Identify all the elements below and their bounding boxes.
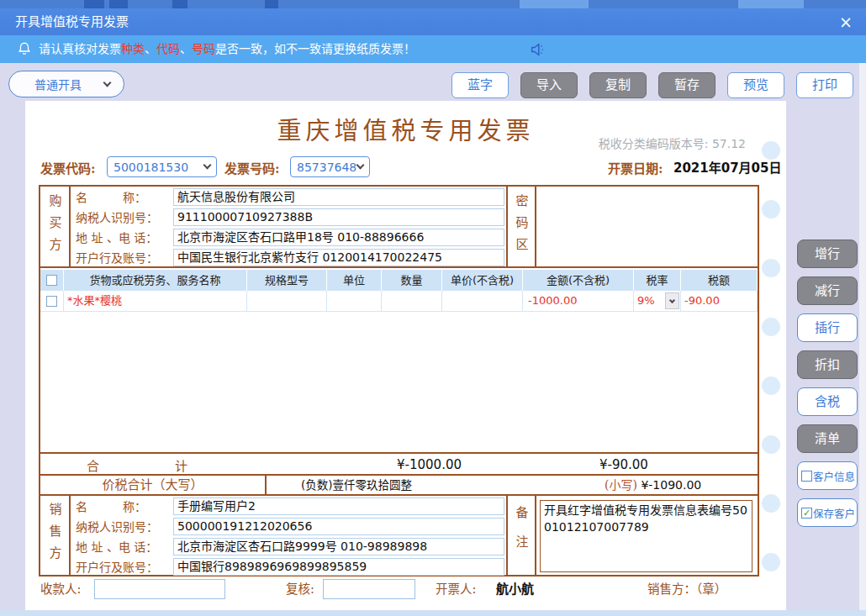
discount-button[interactable]: 折扣 xyxy=(797,350,858,379)
bell-icon xyxy=(17,41,32,60)
save-customer-checkbox[interactable]: ✓ xyxy=(801,508,812,519)
seller-address-label: 地 址 、电 话： xyxy=(71,537,173,557)
print-button[interactable]: 打印 xyxy=(796,72,853,98)
save-customer-toggle[interactable]: ✓ 保存客户 xyxy=(797,498,858,527)
decor-dot xyxy=(762,376,780,395)
header-name: 货物或应税劳务、服务名称 xyxy=(64,270,247,291)
buyer-taxid-label: 纳税人识别号： xyxy=(71,208,173,228)
list-button[interactable]: 清单 xyxy=(797,424,858,453)
invoice-code-value: 5000181530 xyxy=(114,161,188,174)
sum-small-label: (小写) xyxy=(605,478,637,492)
items-header-row: 货物或应税劳务、服务名称 规格型号 单位 数量 单价(不含税) 金额(不含税) … xyxy=(40,270,758,291)
decor-dot xyxy=(762,318,780,336)
totals-row: 合 计 ¥-1000.00 ¥-90.00 xyxy=(40,452,758,474)
sum-words-value: (负数)壹仟零玖拾圆整 xyxy=(301,476,412,494)
notice-sep-1: 、 xyxy=(145,42,156,55)
remark-side-label: 备注 xyxy=(506,496,536,575)
seller-section: 销售方 名 称： 手册编写用户2 纳税人识别号： 500000191212020… xyxy=(40,494,758,575)
sum-words-label: 价税合计（大写） xyxy=(40,476,267,494)
select-all-checkbox[interactable] xyxy=(46,275,57,286)
preview-button[interactable]: 预览 xyxy=(727,72,784,98)
issue-mode-value: 普通开具 xyxy=(34,76,82,92)
buyer-section: 购买方 名 称： 航天信息股份有限公司 纳税人识别号： 911100007109… xyxy=(40,187,758,268)
insert-row-button[interactable]: 插行 xyxy=(797,313,858,342)
titlebar: 开具增值税专用发票 × xyxy=(0,8,866,35)
seller-bank-row: 开户行及账号： 中国银行8989896969899895859 xyxy=(71,557,506,577)
tax-code-version-value: 57.12 xyxy=(712,137,746,150)
seller-taxid-field[interactable]: 500000191212020656 xyxy=(173,518,504,535)
tax-code-version: 税收分类编码版本号: 57.12 xyxy=(568,134,746,151)
background-blob xyxy=(520,0,589,8)
buyer-bank-label: 开户行及账号： xyxy=(71,248,173,268)
notice-bar: 请认真核对发票种类、代码、号码是否一致，如不一致请更换纸质发票！ xyxy=(0,35,866,63)
tax-included-button[interactable]: 含税 xyxy=(797,387,858,416)
seller-name-row: 名 称： 手册编写用户2 xyxy=(71,497,506,517)
speaker-icon[interactable] xyxy=(530,42,547,61)
notice-message: 请认真核对发票种类、代码、号码是否一致，如不一致请更换纸质发票！ xyxy=(39,35,415,63)
item-spec-cell[interactable] xyxy=(247,291,327,311)
header-price: 单价(不含税) xyxy=(442,270,523,291)
decor-dot xyxy=(762,259,780,277)
customer-info-label: 客户信息 xyxy=(813,468,855,484)
header-qty: 数量 xyxy=(382,270,442,291)
buyer-name-field[interactable]: 航天信息股份有限公司 xyxy=(173,188,504,206)
header-spec: 规格型号 xyxy=(247,270,327,291)
invoice-app-window: 开具增值税专用发票 × 请认真核对发票种类、代码、号码是否一致，如不一致请更换纸… xyxy=(0,0,866,616)
seller-stamp-label: 销售方：（章） xyxy=(647,577,726,602)
reviewer-input[interactable] xyxy=(323,579,415,599)
invoice-date-label: 开票日期: xyxy=(608,159,663,176)
seller-address-field[interactable]: 北京市海淀区杏石口路9999号 010-98989898 xyxy=(173,538,504,555)
header-rate: 税率 xyxy=(634,270,681,291)
buyer-taxid-field[interactable]: 91110000710927388B xyxy=(173,208,504,226)
invoice-number-select[interactable]: 85737648 xyxy=(290,156,370,177)
background-blob xyxy=(109,0,128,8)
background-app-strip xyxy=(0,0,866,8)
seller-bank-field[interactable]: 中国银行8989896969899895859 xyxy=(173,558,504,576)
decor-dot xyxy=(762,200,780,218)
header-unit: 单位 xyxy=(327,270,382,291)
item-rate-value: 9% xyxy=(637,294,655,307)
item-name-cell[interactable]: *水果*樱桃 xyxy=(64,291,247,311)
rate-dropdown-button[interactable] xyxy=(665,292,679,309)
blue-invoice-button[interactable]: 蓝字 xyxy=(451,72,509,98)
item-unit-cell[interactable] xyxy=(327,291,382,311)
copy-button[interactable]: 复制 xyxy=(589,72,647,98)
header-tax: 税额 xyxy=(681,270,758,291)
import-button[interactable]: 导入 xyxy=(520,72,578,98)
background-blob xyxy=(84,0,104,8)
reviewer-label: 复核: xyxy=(286,577,314,602)
customer-info-toggle[interactable]: 客户信息 xyxy=(797,461,858,490)
payee-input[interactable] xyxy=(94,579,225,599)
item-qty-cell[interactable] xyxy=(382,291,442,311)
item-price-cell[interactable] xyxy=(442,291,523,311)
close-icon[interactable]: × xyxy=(836,12,856,32)
seller-name-field[interactable]: 手册编写用户2 xyxy=(173,498,504,515)
table-row: *水果*樱桃 -1000.00 9% -90.00 xyxy=(40,291,758,312)
sum-small: (小写) ¥-1090.00 xyxy=(605,476,701,494)
buyer-address-label: 地 址 、电 话： xyxy=(71,228,173,248)
buyer-address-field[interactable]: 北京市海淀区杏石口路甲18号 010-88896666 xyxy=(173,229,504,246)
invoice-number-label: 发票号码: xyxy=(224,159,280,176)
password-area-label: 密码区 xyxy=(506,187,536,266)
invoice-panel: 重庆增值税专用发票 税收分类编码版本号: 57.12 发票代码: 5000181… xyxy=(25,101,786,610)
notice-text-2: 是否一致，如不一致请更换纸质发票！ xyxy=(215,42,415,55)
row-checkbox[interactable] xyxy=(46,296,57,307)
add-row-button[interactable]: 增行 xyxy=(797,240,858,268)
invoice-code-select[interactable]: 5000181530 xyxy=(107,156,217,177)
notice-highlight-number: 号码 xyxy=(192,42,215,55)
drawer-value: 航小航 xyxy=(496,577,534,602)
save-draft-button[interactable]: 暂存 xyxy=(658,72,716,98)
buyer-bank-field[interactable]: 中国民生银行北京紫竹支行 0120014170022475 xyxy=(173,249,504,266)
seller-taxid-row: 纳税人识别号： 500000191212020656 xyxy=(71,517,506,537)
seller-name-label: 名 称： xyxy=(71,497,173,517)
sum-small-value: ¥-1090.00 xyxy=(641,478,701,492)
decor-dot xyxy=(762,553,780,571)
remark-field[interactable]: 开具红字增值税专用发票信息表编号5001012107007789 xyxy=(540,500,752,572)
notice-sep-2: 、 xyxy=(180,42,192,55)
item-amount-cell[interactable]: -1000.00 xyxy=(523,291,634,311)
item-tax-cell[interactable]: -90.00 xyxy=(681,291,758,311)
customer-info-checkbox[interactable] xyxy=(801,471,812,482)
totals-label: 合 计 xyxy=(87,456,187,474)
remove-row-button[interactable]: 减行 xyxy=(797,276,858,305)
issue-mode-select[interactable]: 普通开具 xyxy=(8,71,124,97)
